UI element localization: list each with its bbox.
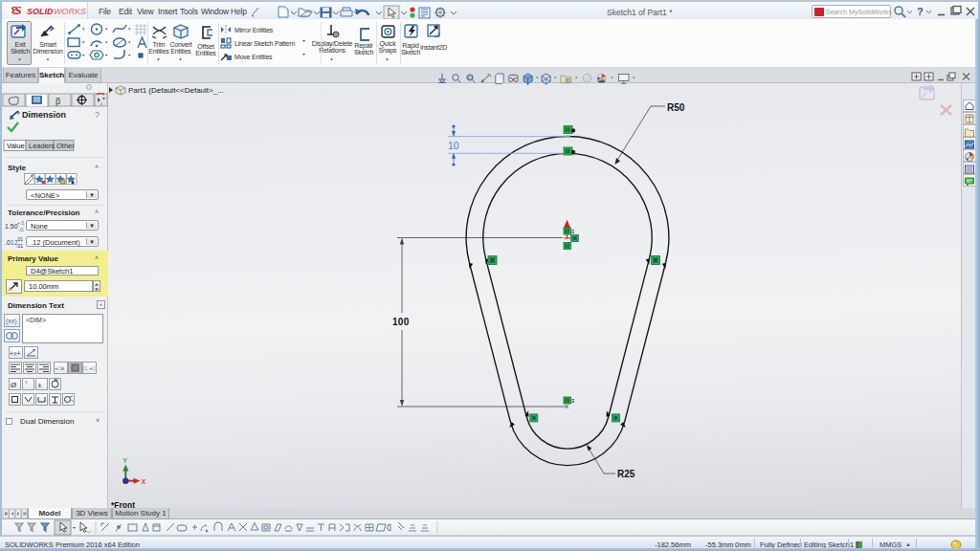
svg-text:1.50: 1.50 [5,223,18,230]
svg-text:R50: R50 [667,102,685,113]
svg-text:Part1 (Default<<Default>_...: Part1 (Default<<Default>_... [128,86,224,95]
svg-text:□: □ [83,365,87,371]
svg-text:WORKS: WORKS [54,7,86,16]
svg-text:10: 10 [448,140,459,151]
svg-text:Value: Value [7,142,25,150]
svg-text:X: X [142,478,146,485]
svg-text:.01: .01 [16,243,23,249]
svg-text:-.01: -.01 [17,227,24,232]
svg-text:Other: Other [56,142,75,150]
svg-text:+□: +□ [89,365,96,371]
svg-text:s: s [571,228,575,234]
svg-text:+x+: +x+ [10,350,21,357]
svg-text:Y: Y [122,457,127,464]
svg-text:°: ° [25,381,28,387]
svg-text:Ø: Ø [11,381,16,389]
svg-text:Leaders: Leaders [29,142,55,150]
svg-text:*Front: *Front [111,500,135,508]
svg-text:+.01: +.01 [17,220,24,226]
svg-text:?: ? [917,6,924,17]
svg-text:R25: R25 [617,469,635,479]
svg-text:.01: .01 [16,236,23,242]
svg-text:100: 100 [392,317,410,327]
svg-text:s: s [571,397,575,404]
svg-text:x: x [61,365,64,371]
svg-text:(xx): (xx) [6,318,17,325]
svg-text:SOLID: SOLID [27,7,54,16]
svg-text:β: β [56,96,60,106]
svg-text:S: S [14,3,22,17]
svg-text:±: ± [38,382,42,388]
